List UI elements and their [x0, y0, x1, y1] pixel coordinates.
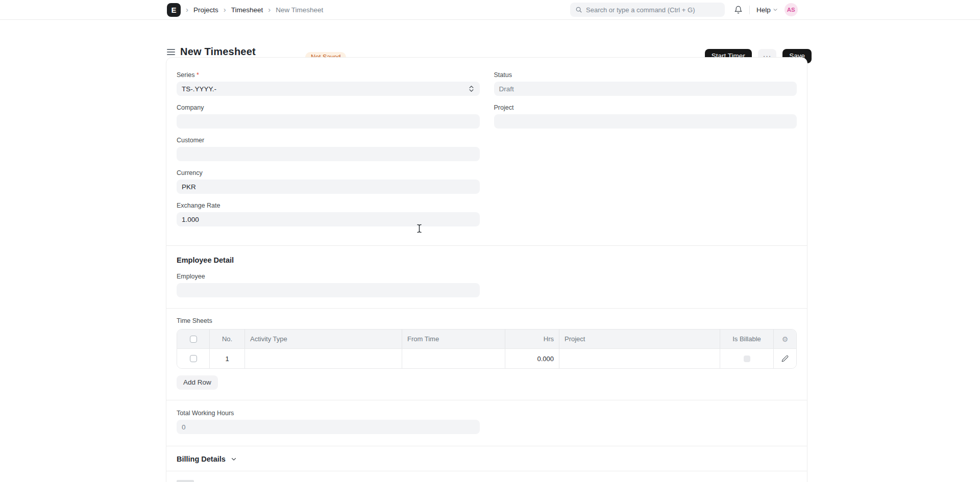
notifications-bell-icon[interactable]: [734, 6, 743, 14]
company-input[interactable]: [177, 114, 480, 129]
select-all-checkbox[interactable]: [190, 336, 197, 343]
customer-input[interactable]: [177, 147, 480, 161]
series-label: Series: [177, 71, 194, 79]
field-currency: Currency PKR: [177, 169, 480, 194]
table-row: 1 0.000: [177, 348, 796, 368]
search-icon: [575, 6, 582, 13]
select-carets-icon: [469, 86, 474, 92]
field-series: Series * TS-.YYYY.-: [177, 71, 480, 96]
table-header-row: No. Activity Type From Time Hrs Project …: [177, 329, 796, 348]
col-no: No.: [210, 329, 245, 348]
field-employee: Employee: [177, 273, 480, 297]
project-label: Project: [494, 104, 797, 111]
currency-input[interactable]: PKR: [177, 180, 480, 194]
chevron-right-icon: ›: [267, 6, 271, 13]
divider: [749, 6, 750, 14]
help-menu[interactable]: Help: [756, 6, 778, 14]
section-total-hours: Total Working Hours 0: [166, 400, 807, 446]
chevron-right-icon: ›: [223, 6, 227, 13]
section-employee-detail: Employee Detail Employee: [166, 245, 807, 308]
add-row-button[interactable]: Add Row: [177, 375, 218, 390]
status-label: Status: [494, 71, 797, 79]
billing-details-toggle[interactable]: Billing Details: [177, 455, 797, 463]
time-sheets-table: No. Activity Type From Time Hrs Project …: [177, 329, 797, 369]
employee-input[interactable]: [177, 283, 480, 297]
billing-details-heading: Billing Details: [177, 455, 226, 463]
table-settings-gear-icon[interactable]: ⚙: [774, 329, 796, 348]
status-input: Draft: [494, 82, 797, 96]
field-total-working-hours: Total Working Hours 0: [177, 410, 480, 434]
customer-label: Customer: [177, 137, 480, 144]
field-project: Project: [494, 104, 797, 129]
navbar-right: Help AS: [734, 0, 798, 19]
breadcrumb-timesheet[interactable]: Timesheet: [231, 6, 263, 14]
section-main: Series * TS-.YYYY.- Company Customer: [166, 58, 807, 245]
row-edit-pencil-icon[interactable]: [774, 348, 796, 368]
col-hrs: Hrs: [505, 329, 559, 348]
navbar: E › Projects › Timesheet › New Timesheet…: [0, 0, 980, 20]
project-input[interactable]: [494, 114, 797, 129]
currency-label: Currency: [177, 169, 480, 176]
col-is-billable: Is Billable: [720, 329, 774, 348]
employee-detail-heading: Employee Detail: [177, 256, 797, 264]
field-customer: Customer: [177, 137, 480, 161]
company-label: Company: [177, 104, 480, 111]
row-activity-type-cell[interactable]: [245, 348, 402, 368]
sidebar-toggle-icon[interactable]: [167, 49, 175, 56]
exchange-rate-input[interactable]: 1.000: [177, 212, 480, 226]
clipped-label-fragment: [177, 480, 194, 482]
section-billing-details: Billing Details: [166, 446, 807, 471]
search-input[interactable]: [586, 6, 720, 14]
row-from-time-cell[interactable]: [402, 348, 505, 368]
app-logo-icon[interactable]: E: [167, 3, 181, 17]
section-time-sheets: Time Sheets No. Activity Type From Time …: [166, 308, 807, 400]
exchange-rate-label: Exchange Rate: [177, 202, 480, 209]
breadcrumb-projects[interactable]: Projects: [193, 6, 218, 14]
row-hrs-cell[interactable]: 0.000: [505, 348, 559, 368]
help-label: Help: [756, 6, 771, 14]
global-search[interactable]: [570, 3, 725, 17]
required-marker: *: [197, 71, 199, 79]
page-title: New Timesheet: [180, 46, 256, 58]
field-exchange-rate: Exchange Rate 1.000: [177, 202, 480, 226]
row-project-cell[interactable]: [559, 348, 720, 368]
chevron-down-icon: [231, 456, 237, 462]
series-select[interactable]: TS-.YYYY.-: [177, 82, 480, 96]
is-billable-checkbox[interactable]: [744, 356, 750, 362]
series-value: TS-.YYYY.-: [182, 85, 216, 93]
col-from-time: From Time: [402, 329, 505, 348]
col-activity-type: Activity Type: [245, 329, 402, 348]
total-working-hours-label: Total Working Hours: [177, 410, 480, 417]
field-status: Status Draft: [494, 71, 797, 96]
employee-label: Employee: [177, 273, 480, 280]
text-cursor: [416, 224, 422, 233]
page-header: New Timesheet Not Saved Start Timer ··· …: [0, 20, 980, 57]
breadcrumb-new-timesheet: New Timesheet: [276, 6, 323, 14]
user-avatar[interactable]: AS: [785, 3, 798, 16]
total-working-hours-input: 0: [177, 420, 480, 434]
row-checkbox[interactable]: [190, 355, 197, 362]
breadcrumb: E › Projects › Timesheet › New Timesheet: [167, 0, 323, 19]
time-sheets-label: Time Sheets: [177, 317, 797, 324]
chevron-right-icon: ›: [185, 6, 189, 13]
field-company: Company: [177, 104, 480, 129]
row-no: 1: [210, 348, 245, 368]
section-clipped: [166, 471, 807, 482]
column-left: Series * TS-.YYYY.- Company Customer: [177, 71, 480, 235]
form-card: Series * TS-.YYYY.- Company Customer: [166, 57, 807, 482]
column-right: Status Draft Project: [494, 71, 797, 235]
chevron-down-icon: [773, 7, 778, 12]
col-project: Project: [559, 329, 720, 348]
